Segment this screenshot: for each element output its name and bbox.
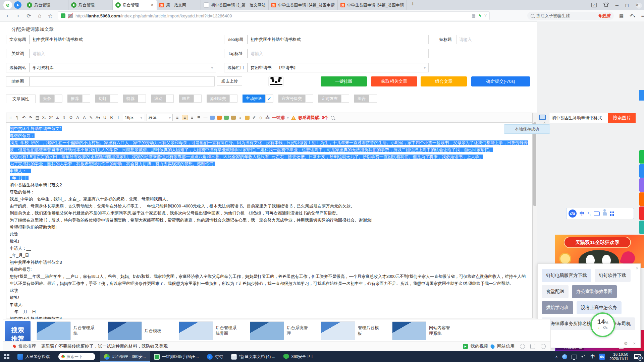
paragraph-mark-icon[interactable]: ¶ <box>15 115 19 120</box>
baidu-ime-bar[interactable]: du 中 °, <box>566 208 634 219</box>
template-icon[interactable] <box>245 116 250 120</box>
magic-icon[interactable]: ⁂ <box>265 115 270 120</box>
hot-search-badge[interactable]: 热搜 <box>599 13 610 19</box>
network-icon[interactable] <box>572 355 577 359</box>
new-tab-button[interactable]: + <box>407 0 419 10</box>
recommend-caption[interactable]: 后台系统管理 <box>287 325 311 337</box>
attr-chip[interactable]: 原创提交 <box>207 95 237 103</box>
tmall-ad-banner[interactable]: 天猫双11全球狂欢季 <box>555 235 644 268</box>
navigation-compass-icon[interactable]: ➤ <box>14 1 21 9</box>
toast-close-icon[interactable]: × <box>543 121 545 125</box>
search-suggestion-text[interactable]: 浙江女子被骗生娃 <box>536 13 597 19</box>
home-icon[interactable]: ⌂ <box>34 13 45 19</box>
attr-chip[interactable]: 定时发布 <box>318 95 349 103</box>
attr-checkbox[interactable] <box>229 95 237 103</box>
browser-search-box[interactable]: 浙江女子被骗生娃 热搜 <box>527 12 614 20</box>
editor-paragraph[interactable]: 尊敬的领导： <box>10 132 529 139</box>
attr-checkbox[interactable] <box>166 95 174 103</box>
editor-paragraph[interactable]: 到目前为止，我们还住着祖父60年代建造的不足80平方米两间平房,鉴于这个家庭状况… <box>10 210 529 217</box>
hot-recommend-link[interactable]: 家里窗户不要装传统窗纱了，试一试这种新的材料，既防蚊又美观 <box>41 343 168 349</box>
editor-paragraph[interactable]: 申请人: __ <box>10 301 529 308</box>
side-tool-block-2[interactable] <box>639 164 644 178</box>
ad-link[interactable]: 食堂配送 <box>542 285 569 298</box>
forward-icon[interactable]: › <box>13 13 23 19</box>
editor-paragraph[interactable]: 敬礼! <box>10 294 529 301</box>
emotion-icon[interactable] <box>217 116 222 120</box>
recommend-caption[interactable]: 后台管理系统界面 <box>216 325 240 337</box>
taskbar-clock[interactable]: 16:16:502020/11/11 <box>609 352 628 361</box>
minimize-button[interactable]: ─ <box>615 3 619 8</box>
italic-icon[interactable]: I <box>116 115 120 120</box>
ime-user-icon[interactable] <box>603 212 607 216</box>
recommend-item[interactable]: 后台管理系统界面 <box>179 321 240 340</box>
attr-chip[interactable]: 主动推送✓ <box>243 95 273 103</box>
news-widget-icon[interactable] <box>17 354 23 360</box>
browser-tab[interactable]: 范第一范文网 <box>157 0 201 10</box>
recently-closed-icon[interactable]: ↶▾ <box>630 13 635 18</box>
video-icon[interactable] <box>224 116 229 120</box>
anchor-icon[interactable]: ⚓ <box>55 115 60 120</box>
editor-paragraph[interactable]: 我家只有1.5亩左右的水田，每年所有收获的水稻勉强能提供家用。我家的经济来源也只… <box>10 154 529 161</box>
ad-link[interactable]: 钉钉软件下载 <box>595 269 631 282</box>
back-icon[interactable]: ‹ <box>2 13 13 19</box>
snapshot-icon[interactable] <box>530 344 535 349</box>
tray-browser-icon[interactable] <box>562 354 567 359</box>
editor-paragraph[interactable]: 初中贫困生补助申请书范文3 <box>10 259 529 266</box>
reader-mode-icon[interactable]: ▦ <box>472 13 475 18</box>
taskbar-app[interactable]: 360安全卫士 <box>279 351 318 362</box>
editor-paragraph[interactable]: 初中贫困生补助申请书范文2 <box>10 182 529 189</box>
ime-keyboard-icon[interactable] <box>594 212 600 216</box>
editor-paragraph[interactable]: 尊敬的领导: <box>10 266 529 273</box>
action-button-2[interactable]: 获取相关文章 <box>371 76 417 86</box>
scroll-top-widget[interactable] <box>639 90 644 101</box>
brush-icon[interactable]: ✐ <box>252 115 256 120</box>
attr-checkbox[interactable] <box>138 95 146 103</box>
attr-checkbox[interactable]: ✓ <box>265 95 273 103</box>
editor-paragraph[interactable]: 我是_中学的一名学生，我叫_。来自_。家里有八十多岁的奶奶，父亲、母亲和我四人。 <box>10 196 529 203</box>
recommend-caption[interactable]: 后台管理系统 <box>73 325 98 337</box>
undo-icon[interactable]: ↶ <box>22 115 26 120</box>
html-source-icon[interactable]: ⌗ <box>8 115 13 120</box>
speed-mode-icon[interactable]: ϟ <box>479 13 481 18</box>
editor-paragraph[interactable]: 为了完成我的学业，圆我的大学梦，我很希望得到你们的帮助，我会努力拼搏，努力去实现… <box>10 161 529 168</box>
taskbar-app[interactable]: ◖钉钉 <box>203 351 227 362</box>
ime-indicator[interactable]: 中 <box>590 354 595 360</box>
popup-footer-close-icon[interactable]: × <box>633 341 636 346</box>
status-label[interactable]: 我的视频 <box>471 343 488 349</box>
editor-paragraph[interactable]: 希望得到你们的帮助为盼! <box>10 224 529 231</box>
image-search-button[interactable]: 搜索图片 <box>608 113 636 123</box>
baidu-ime-tray-icon[interactable]: du <box>599 354 605 360</box>
menu-icon[interactable]: ≡ <box>641 13 644 18</box>
browser-tab[interactable]: 后台管理 <box>24 0 68 10</box>
font-color-icon[interactable]: A▾ <box>96 115 100 120</box>
redo-icon[interactable]: ↷ <box>29 115 33 120</box>
editor-paragraph[interactable]: 初中贫困生补助申请书范文1 <box>10 125 529 132</box>
ime-menu-grid-icon[interactable] <box>610 212 614 216</box>
skin-icon[interactable] <box>603 2 609 8</box>
horizontal-rule-icon[interactable]: — <box>203 115 208 120</box>
editor-paragraph[interactable]: 尊敬的领导： <box>10 189 529 196</box>
eraser-icon[interactable]: ◇ <box>259 115 263 120</box>
side-tool-block-5[interactable] <box>639 206 644 220</box>
attr-checkbox[interactable] <box>194 95 202 103</box>
history-icon[interactable] <box>541 344 546 349</box>
side-tool-block-3[interactable] <box>639 178 644 192</box>
attr-checkbox[interactable] <box>341 95 349 103</box>
side-tool-block-1[interactable] <box>639 150 644 164</box>
download-progress-circle[interactable]: 14% ↓ - K/s <box>590 312 615 337</box>
ad-link[interactable]: 烘焙学习班 <box>542 301 573 314</box>
attr-chip[interactable]: 图片 <box>179 95 202 103</box>
attr-checkbox[interactable] <box>369 95 377 103</box>
editor-paragraph[interactable]: 由于奶奶、母亲身体长期患病，丧失劳动能力，父亲常在外给人打零工，一年也只能挣到3… <box>10 203 529 210</box>
format-painter-icon[interactable]: ▤ <box>35 115 40 120</box>
taskbar-app[interactable]: *新建文本文档 (4) ... <box>227 351 279 362</box>
attr-chip[interactable]: 滚动 <box>151 95 174 103</box>
tag-input[interactable]: 请输入 <box>248 49 429 58</box>
baidu-ime-logo-icon[interactable]: du <box>569 209 577 218</box>
bookmark-star-icon[interactable]: ☆ <box>45 13 56 19</box>
attr-chip[interactable]: 特荐 <box>123 95 146 103</box>
editor-paragraph[interactable]: _年_月_日 <box>10 175 529 182</box>
seo-title-input[interactable]: 初中贫困生补助申请书格式 <box>248 35 429 44</box>
article-title-input[interactable]: 初中贫困生补助申请书格式 <box>30 35 216 44</box>
action-button-1[interactable]: 一键排版 <box>321 76 367 86</box>
